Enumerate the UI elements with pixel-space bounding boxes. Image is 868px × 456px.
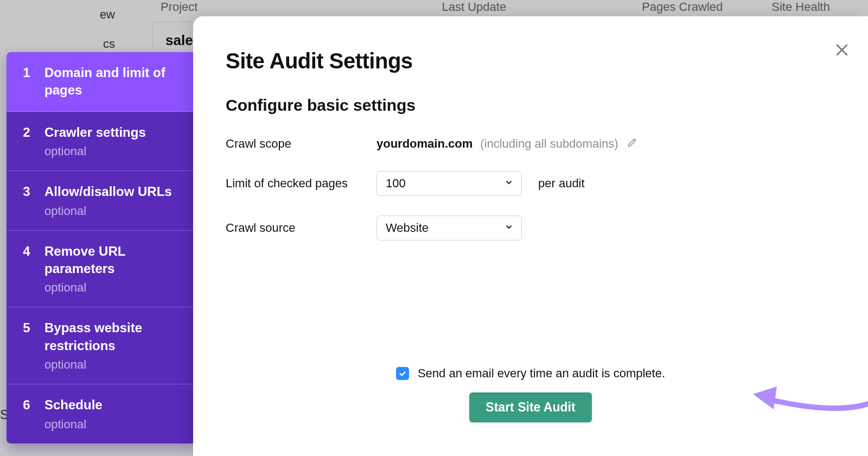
- close-button[interactable]: [831, 40, 853, 62]
- chevron-down-icon: [504, 176, 514, 191]
- step-title: Domain and limit of pages: [44, 64, 183, 99]
- step-number: 5: [22, 319, 31, 337]
- crawl-scope-label: Crawl scope: [226, 137, 376, 151]
- wizard-step-crawler-settings[interactable]: 2 Crawler settings optional: [7, 112, 195, 171]
- checkbox-checked-icon: [396, 367, 409, 380]
- chevron-down-icon: [504, 221, 514, 235]
- crawl-source-label: Crawl source: [226, 221, 376, 235]
- crawl-scope-row: Crawl scope yourdomain.com (including al…: [226, 136, 835, 151]
- per-audit-label: per audit: [538, 176, 585, 191]
- wizard-step-schedule[interactable]: 6 Schedule optional: [7, 384, 195, 443]
- pencil-icon: [626, 136, 638, 151]
- edit-scope-button[interactable]: [626, 136, 638, 151]
- wizard-steps-sidebar: 1 Domain and limit of pages 2 Crawler se…: [7, 52, 195, 444]
- step-number: 1: [22, 64, 31, 81]
- step-number: 6: [22, 396, 31, 414]
- wizard-step-bypass-restrictions[interactable]: 5 Bypass website restrictions optional: [7, 307, 195, 384]
- step-number: 4: [22, 243, 31, 260]
- wizard-step-allow-disallow-urls[interactable]: 3 Allow/disallow URLs optional: [7, 171, 195, 230]
- step-title: Bypass website restrictions: [44, 319, 183, 354]
- step-number: 2: [22, 124, 31, 141]
- checkbox-label: Send an email every time an audit is com…: [418, 366, 665, 381]
- email-on-complete-checkbox[interactable]: Send an email every time an audit is com…: [396, 366, 665, 381]
- step-optional-label: optional: [44, 417, 183, 432]
- modal-subtitle: Configure basic settings: [226, 96, 835, 115]
- select-value: 100: [386, 176, 406, 191]
- modal-footer: Send an email every time an audit is com…: [193, 366, 868, 422]
- select-value: Website: [386, 221, 429, 235]
- wizard-step-remove-url-parameters[interactable]: 4 Remove URL parameters optional: [7, 231, 195, 308]
- step-title: Schedule: [44, 396, 183, 414]
- crawl-source-select[interactable]: Website: [376, 216, 522, 240]
- site-audit-settings-modal: Site Audit Settings Configure basic sett…: [193, 16, 868, 456]
- limit-checked-pages-label: Limit of checked pages: [226, 176, 376, 191]
- step-optional-label: optional: [44, 204, 183, 218]
- crawl-scope-note: (including all subdomains): [480, 137, 618, 151]
- limit-checked-pages-select[interactable]: 100: [376, 171, 522, 196]
- step-title: Remove URL parameters: [44, 243, 183, 278]
- step-optional-label: optional: [44, 281, 183, 295]
- close-icon: [834, 42, 850, 60]
- step-optional-label: optional: [44, 144, 183, 159]
- step-optional-label: optional: [44, 358, 183, 372]
- wizard-step-domain-and-limit[interactable]: 1 Domain and limit of pages: [7, 52, 195, 112]
- step-number: 3: [22, 183, 31, 200]
- start-site-audit-button[interactable]: Start Site Audit: [469, 392, 591, 422]
- step-title: Crawler settings: [44, 124, 183, 141]
- limit-checked-pages-row: Limit of checked pages 100 per audit: [226, 171, 835, 196]
- modal-title: Site Audit Settings: [226, 49, 835, 73]
- settings-form: Crawl scope yourdomain.com (including al…: [226, 136, 835, 240]
- crawl-source-row: Crawl source Website: [226, 216, 835, 240]
- crawl-scope-domain: yourdomain.com: [376, 137, 473, 151]
- step-title: Allow/disallow URLs: [44, 183, 183, 200]
